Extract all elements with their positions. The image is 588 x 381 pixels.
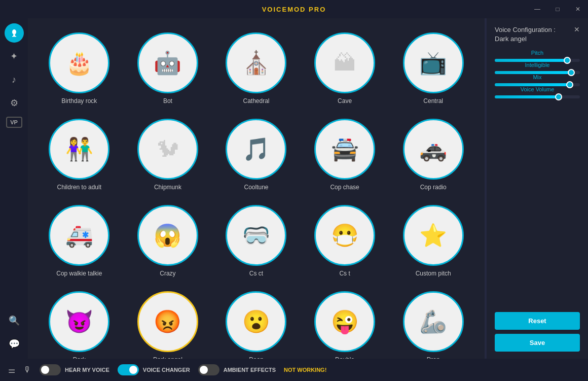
save-button[interactable]: Save [495, 334, 580, 352]
mic-mute-icon[interactable]: 🎙 [23, 365, 31, 374]
slider-track-intelligible[interactable] [495, 71, 580, 74]
voice-circle-deep: 😮 [226, 291, 286, 352]
voice-item-bot[interactable]: 🤖Bot [127, 28, 209, 109]
voice-label-central: Central [423, 97, 443, 105]
sidebar: ✦ ♪ ⚙ VP 🔍 💬 [0, 18, 28, 359]
slider-track-pitch[interactable] [495, 59, 580, 62]
voice-item-deep[interactable]: 😮Deep [215, 287, 298, 359]
maximize-button[interactable]: □ [547, 0, 568, 18]
equalizer-icon[interactable]: ⚌ [8, 365, 15, 375]
svg-rect-3 [12, 36, 16, 37]
voice-circle-cop-chase: 🚔 [314, 119, 375, 180]
voice-label-chipmunk: Chipmunk [154, 184, 181, 191]
sidebar-search[interactable]: 🔍 [5, 311, 24, 330]
voice-circle-cs-t: 😷 [314, 205, 375, 266]
voice-emoji-crazy: 😱 [154, 224, 181, 247]
voice-emoji-cave: 🏔 [334, 52, 356, 74]
voice-circle-chipmunk: 🐿 [137, 119, 198, 180]
slider-thumb-mix[interactable] [566, 81, 573, 88]
voice-changer-toggle[interactable] [118, 364, 139, 375]
voice-circle-cs-ct: 🥽 [226, 205, 286, 266]
voice-label-cathedral: Cathedral [243, 97, 269, 105]
voice-emoji-cathedral: ⛪ [242, 52, 270, 74]
svg-point-1 [12, 29, 16, 34]
slider-thumb-pitch[interactable] [564, 57, 571, 64]
voice-circle-bot: 🤖 [137, 32, 198, 93]
sidebar-settings[interactable]: ⚙ [5, 93, 24, 113]
close-button[interactable]: ✕ [568, 0, 588, 18]
voice-label-cop-chase: Cop chase [330, 184, 359, 191]
sidebar-effects[interactable]: ✦ [5, 47, 24, 66]
voice-item-cs-ct[interactable]: 🥽Cs ct [215, 201, 298, 281]
voice-circle-cop-radio: 🚓 [403, 119, 464, 180]
voice-emoji-cooltune: 🎵 [242, 138, 270, 160]
config-close-button[interactable]: ✕ [574, 25, 580, 33]
voice-emoji-cs-ct: 🥽 [242, 224, 270, 247]
slider-fill-pitch [495, 59, 567, 62]
slider-thumb-intelligible[interactable] [568, 69, 575, 76]
voice-item-cs-t[interactable]: 😷Cs t [304, 201, 386, 281]
voice-item-cave[interactable]: 🏔Cave [304, 28, 386, 109]
slider-label-pitch: Pitch [495, 50, 580, 56]
voice-emoji-dark-angel: 😡 [154, 310, 181, 333]
voice-emoji-cop-radio: 🚓 [419, 138, 447, 160]
voice-circle-birthday-rock: 🎂 [49, 32, 109, 93]
voice-circle-cathedral: ⛪ [226, 32, 286, 93]
voice-item-chipmunk[interactable]: 🐿Chipmunk [127, 115, 209, 195]
slider-track-voice-volume[interactable] [495, 95, 580, 98]
voice-emoji-chipmunk: 🐿 [157, 138, 179, 160]
voice-emoji-double: 😜 [331, 310, 359, 333]
sliders-container: PitchIntelligibleMixVoice Volume [495, 50, 580, 98]
voice-item-double[interactable]: 😜Double [304, 287, 386, 359]
voice-item-children-to-adult[interactable]: 👫Children to adult [38, 115, 121, 195]
voice-item-cathedral[interactable]: ⛪Cathedral [215, 28, 298, 109]
slider-fill-mix [495, 83, 570, 86]
voice-emoji-dark: 😈 [65, 310, 93, 333]
bottom-bar: ⚌ 🎙 HEAR MY VOICE VOICE CHANGER AMBIENT … [0, 359, 588, 381]
hear-my-voice-toggle[interactable] [40, 364, 61, 375]
voice-label-children-to-adult: Children to adult [57, 184, 101, 191]
voice-item-dark[interactable]: 😈Dark [38, 287, 121, 359]
voice-circle-crazy: 😱 [137, 205, 198, 266]
voice-circle-cave: 🏔 [314, 32, 375, 93]
config-panel: Voice Configuration : Dark angel ✕ Pitch… [487, 18, 588, 359]
sidebar-vp[interactable]: VP [6, 117, 22, 128]
content-area: 🎂Birthday rock🤖Bot⛪Cathedral🏔Cave📺Centra… [28, 18, 588, 359]
voice-circle-cooltune: 🎵 [226, 119, 286, 180]
voice-item-dron[interactable]: 🦾Dron [392, 287, 474, 359]
slider-track-mix[interactable] [495, 83, 580, 86]
voice-item-cop-walkie-talkie[interactable]: 🚑Cop walkie talkie [38, 201, 121, 281]
voice-label-birthday-rock: Birthday rock [61, 97, 97, 105]
voice-circle-central: 📺 [403, 32, 464, 93]
voice-label-cs-t: Cs t [339, 270, 350, 277]
voice-item-cop-chase[interactable]: 🚔Cop chase [304, 115, 386, 195]
sidebar-logo[interactable] [5, 23, 24, 43]
sidebar-music[interactable]: ♪ [5, 70, 24, 89]
slider-group-mix: Mix [495, 74, 580, 86]
hear-my-voice-group: HEAR MY VOICE [40, 364, 109, 375]
voice-item-birthday-rock[interactable]: 🎂Birthday rock [38, 28, 121, 109]
ambient-effects-group: AMBIENT EFFECTS [198, 364, 276, 375]
slider-label-mix: Mix [495, 74, 580, 80]
voice-item-custom-pitch[interactable]: ⭐Custom pitch [392, 201, 474, 281]
minimize-button[interactable]: — [527, 0, 547, 18]
config-voice-name: Dark angel [495, 35, 527, 43]
slider-group-voice-volume: Voice Volume [495, 86, 580, 98]
voice-item-dark-angel[interactable]: 😡Dark angel [127, 287, 209, 359]
slider-thumb-voice-volume[interactable] [555, 93, 562, 100]
config-title-block: Voice Configuration : Dark angel [495, 25, 556, 44]
voice-grid-container: 🎂Birthday rock🤖Bot⛪Cathedral🏔Cave📺Centra… [28, 18, 485, 359]
voice-item-cooltune[interactable]: 🎵Cooltune [215, 115, 298, 195]
voice-label-crazy: Crazy [160, 270, 175, 277]
voice-item-crazy[interactable]: 😱Crazy [127, 201, 209, 281]
reset-button[interactable]: Reset [495, 312, 580, 330]
voice-circle-double: 😜 [314, 291, 375, 352]
ambient-effects-toggle[interactable] [198, 364, 219, 375]
voice-circle-children-to-adult: 👫 [49, 119, 109, 180]
voice-item-central[interactable]: 📺Central [392, 28, 474, 109]
voice-changer-label: VOICE CHANGER [143, 367, 190, 373]
sidebar-chat[interactable]: 💬 [5, 334, 24, 354]
voice-circle-dark-angel: 😡 [137, 291, 198, 352]
voice-label-cs-ct: Cs ct [249, 270, 263, 277]
voice-item-cop-radio[interactable]: 🚓Cop radio [392, 115, 474, 195]
